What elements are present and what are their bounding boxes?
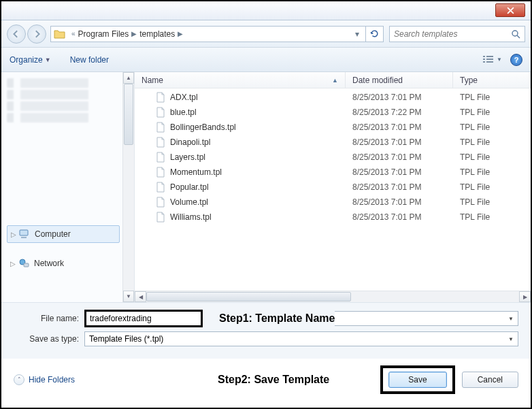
view-options-button[interactable]: ▼ [482, 55, 502, 65]
tree-network[interactable]: ▷ Network [7, 255, 120, 272]
arrow-left-icon [12, 30, 20, 38]
table-row[interactable]: Momentum.tpl8/25/2013 7:01 PMTPL File [135, 165, 531, 180]
table-row[interactable]: ADX.tpl8/25/2013 7:01 PMTPL File [135, 90, 531, 105]
expand-icon[interactable]: ▷ [10, 260, 16, 267]
file-icon [155, 122, 166, 133]
file-type: TPL File [453, 122, 531, 132]
file-date: 8/25/2013 7:22 PM [346, 108, 453, 117]
scroll-thumb[interactable] [146, 292, 351, 301]
chevron-up-icon: ˄ [14, 374, 24, 385]
file-date: 8/25/2013 7:01 PM [346, 93, 453, 102]
file-type: TPL File [453, 108, 531, 117]
table-row[interactable]: Williams.tpl8/25/2013 7:01 PMTPL File [135, 210, 531, 225]
file-name: ADX.tpl [170, 93, 198, 102]
chevron-down-icon: ▼ [45, 56, 51, 63]
view-icon [482, 55, 495, 65]
column-headers: Name▲ Date modified Type [135, 72, 531, 88]
saveastype-dropdown[interactable]: Template Files (*.tpl) ▼ [84, 331, 518, 346]
breadcrumb-item[interactable]: Program Files [78, 29, 129, 39]
forward-button[interactable] [27, 24, 46, 44]
scroll-down-icon[interactable]: ▼ [123, 291, 134, 302]
file-date: 8/25/2013 7:01 PM [346, 197, 453, 207]
new-folder-button[interactable]: New folder [70, 55, 109, 65]
saveastype-label: Save as type: [14, 334, 84, 344]
titlebar [1, 1, 531, 20]
table-row[interactable]: blue.tpl8/25/2013 7:22 PMTPL File [135, 105, 531, 120]
file-date: 8/25/2013 7:01 PM [346, 182, 453, 192]
chevron-right-icon: ▶ [175, 30, 186, 37]
address-bar[interactable]: « Program Files ▶ templates ▶ ▾ [50, 26, 366, 42]
cancel-button[interactable]: Cancel [462, 372, 518, 388]
navigation-pane: ▷ Computer ▷ Network ▲ ▼ [1, 72, 135, 302]
svg-rect-4 [24, 263, 29, 267]
svg-rect-1 [20, 230, 28, 235]
organize-menu[interactable]: Organize▼ [10, 55, 51, 65]
expand-icon[interactable]: ▷ [10, 231, 17, 238]
file-name: BollingerBands.tpl [170, 122, 236, 132]
main-area: ▷ Computer ▷ Network ▲ ▼ Name▲ D [1, 72, 531, 302]
file-name: Dinapoli.tpl [170, 137, 210, 147]
file-icon [155, 197, 166, 208]
refresh-button[interactable] [366, 26, 384, 42]
table-row[interactable]: Layers.tpl8/25/2013 7:01 PMTPL File [135, 150, 531, 165]
filename-dropdown[interactable]: ▼ [335, 311, 518, 326]
table-row[interactable]: Popular.tpl8/25/2013 7:01 PMTPL File [135, 180, 531, 195]
file-type: TPL File [453, 167, 531, 177]
search-box[interactable] [389, 26, 525, 42]
file-type: TPL File [453, 93, 531, 102]
computer-icon [18, 229, 31, 240]
filename-input[interactable]: tradeforextrading [84, 310, 203, 327]
search-input[interactable] [394, 29, 511, 39]
column-name[interactable]: Name▲ [135, 72, 346, 88]
file-date: 8/25/2013 7:01 PM [346, 212, 453, 222]
table-row[interactable]: BollingerBands.tpl8/25/2013 7:01 PMTPL F… [135, 120, 531, 135]
help-button[interactable]: ? [510, 54, 522, 66]
scroll-left-icon[interactable]: ◀ [135, 291, 146, 302]
column-type[interactable]: Type [453, 72, 531, 88]
file-icon [155, 92, 166, 103]
tree-computer[interactable]: ▷ Computer [7, 225, 120, 243]
hide-folders-button[interactable]: ˄ Hide Folders [14, 374, 75, 385]
save-button[interactable]: Save [388, 372, 446, 388]
table-row[interactable]: Dinapoli.tpl8/25/2013 7:01 PMTPL File [135, 135, 531, 150]
file-date: 8/25/2013 7:01 PM [346, 137, 453, 147]
tree-label: Computer [35, 229, 71, 239]
scroll-thumb[interactable] [124, 84, 133, 145]
chevron-left-icon: « [69, 30, 78, 37]
file-icon [155, 212, 166, 223]
file-type: TPL File [453, 137, 531, 147]
toolbar: Organize▼ New folder ▼ ? [1, 48, 531, 72]
file-icon [155, 137, 166, 148]
scroll-right-icon[interactable]: ▶ [519, 291, 531, 302]
svg-rect-2 [21, 237, 27, 238]
file-icon [155, 152, 166, 163]
sidebar-scrollbar[interactable]: ▲ ▼ [122, 72, 134, 302]
breadcrumb-item[interactable]: templates [139, 29, 175, 39]
search-icon [511, 29, 520, 39]
file-name: Volume.tpl [170, 197, 208, 207]
sort-asc-icon: ▲ [332, 77, 338, 84]
file-name: Layers.tpl [170, 152, 205, 162]
annotation-step2: Step2: Save Template [218, 374, 329, 386]
back-button[interactable] [7, 24, 26, 44]
file-date: 8/25/2013 7:01 PM [346, 152, 453, 162]
tree-label: Network [34, 259, 64, 268]
file-type: TPL File [453, 182, 531, 192]
file-date: 8/25/2013 7:01 PM [346, 167, 453, 177]
table-row[interactable]: Volume.tpl8/25/2013 7:01 PMTPL File [135, 195, 531, 210]
file-icon [155, 167, 166, 178]
address-dropdown[interactable]: ▾ [352, 29, 363, 39]
file-rows: ADX.tpl8/25/2013 7:01 PMTPL Fileblue.tpl… [135, 88, 531, 291]
file-name: Williams.tpl [170, 212, 212, 222]
navigation-bar: « Program Files ▶ templates ▶ ▾ [1, 20, 531, 48]
file-type: TPL File [453, 197, 531, 207]
column-date[interactable]: Date modified [346, 72, 453, 88]
chevron-down-icon: ▼ [508, 336, 514, 342]
horizontal-scrollbar[interactable]: ◀ ▶ [135, 291, 531, 302]
close-button[interactable] [495, 3, 525, 17]
scroll-up-icon[interactable]: ▲ [123, 72, 134, 84]
chevron-right-icon: ▶ [129, 30, 139, 37]
arrow-right-icon [33, 30, 41, 38]
save-as-dialog: « Program Files ▶ templates ▶ ▾ Organize… [0, 0, 532, 409]
chevron-down-icon: ▼ [497, 56, 502, 63]
